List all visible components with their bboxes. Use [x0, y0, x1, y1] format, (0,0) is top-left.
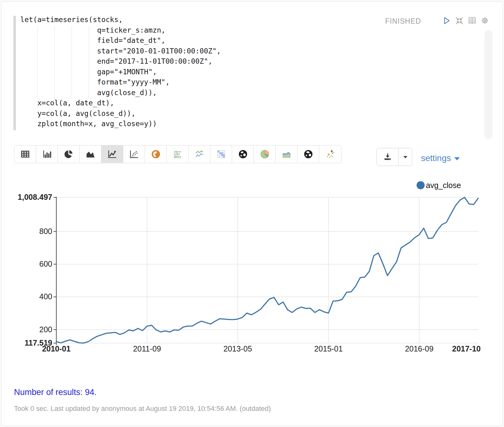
- multi-line-chart-icon: [194, 149, 205, 159]
- download-button-group: [376, 148, 412, 166]
- download-icon: [383, 152, 392, 162]
- globe-2-icon: [303, 149, 314, 159]
- chart-type-scatter-color-button[interactable]: [319, 145, 341, 163]
- book-icon[interactable]: [468, 16, 477, 25]
- chevron-down-icon: [454, 157, 460, 160]
- area-chart-icon: [85, 149, 96, 159]
- chart-type-toolbar: [14, 145, 341, 163]
- play-icon[interactable]: [442, 16, 451, 25]
- chart-canvas[interactable]: 117.5192004006008001,008.4972010-012011-…: [2, 169, 504, 359]
- chart-type-scatter-chart-button[interactable]: [123, 145, 145, 163]
- shrink-icon[interactable]: [455, 16, 464, 25]
- chart-type-area-pastel-button[interactable]: [276, 145, 297, 163]
- chart-type-line-chart-button[interactable]: [101, 145, 123, 163]
- svg-text:2016-09: 2016-09: [405, 344, 434, 353]
- code-editor[interactable]: let(a=timeseries(stocks, q=ticker_s:amzn…: [20, 15, 221, 129]
- editor-gutter: [13, 16, 16, 130]
- legend-swatch: [417, 181, 425, 189]
- bubble-matrix-icon: [172, 149, 183, 159]
- globe-1-icon: [238, 149, 248, 159]
- svg-text:600: 600: [39, 259, 52, 268]
- chart-type-heatmap-chart-button[interactable]: [210, 145, 232, 163]
- chevron-down-icon: [401, 152, 410, 162]
- pie-pastel-icon: [259, 149, 270, 159]
- scatter-chart-icon: [129, 149, 139, 159]
- editor-scrollbar[interactable]: [484, 30, 492, 139]
- svg-text:2010-01: 2010-01: [42, 344, 71, 353]
- chart-type-bar-chart-button[interactable]: [36, 145, 58, 163]
- svg-text:400: 400: [39, 292, 52, 301]
- series-line-avg_close: [56, 197, 478, 343]
- line-chart-icon: [107, 149, 118, 159]
- chart-type-multi-line-chart-button[interactable]: [189, 145, 210, 163]
- legend-label: avg_close: [426, 181, 461, 190]
- svg-text:2015-01: 2015-01: [314, 344, 343, 353]
- table-icon: [20, 149, 30, 159]
- chart-type-pie-chart-button[interactable]: [58, 145, 80, 163]
- chart-type-table-button[interactable]: [14, 145, 36, 163]
- heatmap-chart-icon: [216, 149, 226, 159]
- chart-type-globe-1-button[interactable]: [232, 145, 254, 163]
- chart-type-area-chart-button[interactable]: [80, 145, 101, 163]
- settings-dropdown[interactable]: settings: [421, 153, 460, 163]
- download-button[interactable]: [377, 148, 399, 166]
- svg-text:200: 200: [39, 325, 52, 334]
- paragraph-status: FINISHED: [385, 17, 421, 25]
- svg-text:800: 800: [39, 227, 52, 236]
- bar-chart-icon: [42, 149, 52, 159]
- area-pastel-icon: [281, 149, 292, 159]
- legend-item: avg_close: [417, 181, 461, 190]
- svg-text:1,008.497: 1,008.497: [18, 193, 52, 201]
- settings-label: settings: [421, 153, 451, 163]
- pie-chart-icon: [63, 149, 74, 159]
- download-caret-button[interactable]: [399, 148, 412, 166]
- scatter-color-icon: [325, 149, 335, 159]
- svg-text:2011-09: 2011-09: [133, 344, 161, 353]
- chart-type-pie-pastel-button[interactable]: [254, 145, 276, 163]
- paragraph-card: let(a=timeseries(stocks, q=ticker_s:amzn…: [1, 1, 503, 426]
- gear-icon[interactable]: [480, 16, 489, 25]
- chart-type-bubble-matrix-button[interactable]: [167, 145, 189, 163]
- svg-text:2013-05: 2013-05: [223, 344, 252, 353]
- svg-text:2017-10: 2017-10: [452, 344, 481, 353]
- chart-type-world-map-orange-button[interactable]: [145, 145, 167, 163]
- paragraph-footer: Took 0 sec. Last updated by anonymous at…: [14, 405, 271, 413]
- world-map-orange-icon: [151, 149, 161, 159]
- chart-type-globe-2-button[interactable]: [297, 145, 319, 163]
- results-count: Number of results: 94.: [14, 388, 97, 397]
